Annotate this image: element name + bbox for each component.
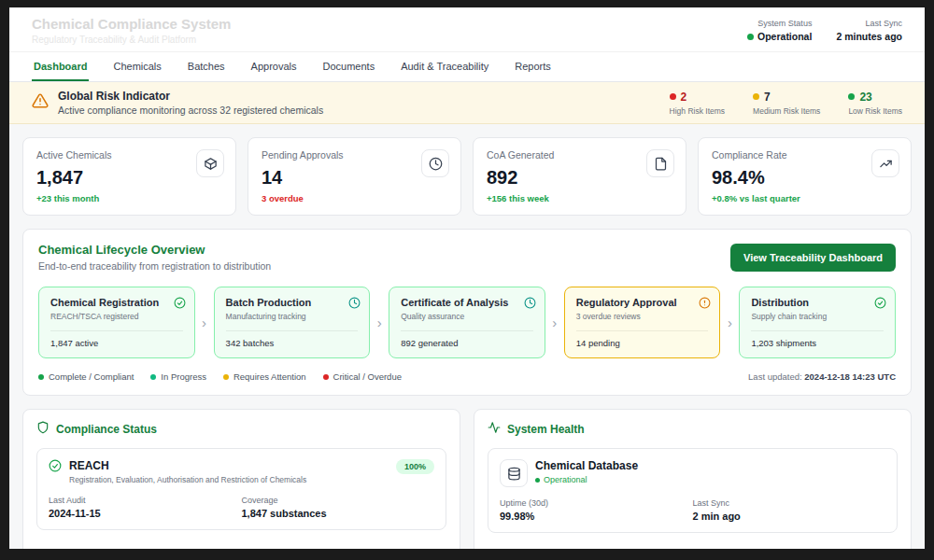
medium-risk-counter: 7 Medium Risk Items bbox=[753, 91, 820, 116]
check-circle-icon bbox=[49, 459, 62, 476]
stage-subtitle: REACH/TSCA registered bbox=[50, 312, 183, 321]
view-traceability-button[interactable]: View Traceability Dashboard bbox=[730, 244, 896, 272]
shield-icon bbox=[36, 421, 50, 437]
header-status-area: System Status Operational Last Sync 2 mi… bbox=[747, 19, 902, 42]
stat-label: Active Chemicals bbox=[36, 149, 222, 161]
lifecycle-overview-card: Chemical Lifecycle Overview End-to-end t… bbox=[22, 229, 912, 396]
legend-complete-label: Complete / Compliant bbox=[49, 371, 134, 382]
stage-stat: 14 pending bbox=[576, 330, 709, 348]
stage-subtitle: Supply chain tracking bbox=[751, 312, 884, 321]
last-updated-label: Last updated: bbox=[748, 371, 802, 382]
legend-attention-dot-icon bbox=[223, 374, 229, 380]
lifecycle-title: Chemical Lifecycle Overview bbox=[38, 243, 271, 257]
page-subtitle: Regulatory Traceability & Audit Platform bbox=[32, 35, 231, 45]
stage-chemical-registration[interactable]: Chemical Registration REACH/TSCA registe… bbox=[38, 287, 195, 358]
stage-stat: 1,847 active bbox=[50, 330, 183, 348]
main-content: Active Chemicals 1,847 +23 this month Pe… bbox=[9, 124, 925, 549]
warning-triangle-icon bbox=[32, 92, 49, 113]
reach-name: REACH bbox=[69, 459, 306, 472]
coverage-value: 1,847 substances bbox=[242, 508, 435, 519]
status-dot-icon bbox=[747, 34, 754, 40]
main-nav: Dashboard Chemicals Batches Approvals Do… bbox=[9, 51, 925, 82]
risk-banner-subtitle: Active compliance monitoring across 32 r… bbox=[58, 105, 323, 116]
app-window: Chemical Compliance System Regulatory Tr… bbox=[9, 7, 925, 549]
stat-label: CoA Generated bbox=[487, 149, 672, 161]
stage-certificate-of-analysis[interactable]: Certificate of Analysis Quality assuranc… bbox=[389, 287, 545, 358]
medium-risk-value: 7 bbox=[764, 91, 771, 104]
stat-delta: +156 this week bbox=[487, 193, 672, 203]
reach-description: Registration, Evaluation, Authorisation … bbox=[69, 475, 306, 484]
legend-progress-dot-icon bbox=[150, 374, 156, 380]
check-circle-icon bbox=[874, 296, 886, 313]
last-sync: Last Sync 2 minutes ago bbox=[836, 19, 902, 42]
tab-approvals[interactable]: Approvals bbox=[249, 52, 299, 81]
system-status-label: System Status bbox=[747, 19, 812, 28]
stage-title: Regulatory Approval bbox=[576, 297, 709, 308]
stat-value: 14 bbox=[262, 167, 447, 189]
low-risk-value: 23 bbox=[859, 91, 871, 104]
stats-row: Active Chemicals 1,847 +23 this month Pe… bbox=[22, 137, 912, 216]
reach-entry[interactable]: REACH Registration, Evaluation, Authoris… bbox=[36, 448, 446, 530]
chevron-right-icon: › bbox=[200, 315, 209, 330]
low-risk-counter: 23 Low Risk Items bbox=[848, 91, 902, 116]
stage-subtitle: Manufacturing tracking bbox=[226, 312, 359, 321]
stage-title: Batch Production bbox=[226, 297, 359, 308]
check-circle-icon bbox=[174, 296, 186, 313]
trend-up-icon bbox=[871, 149, 899, 177]
legend-critical-label: Critical / Overdue bbox=[333, 371, 402, 382]
stat-card-compliance-rate: Compliance Rate 98.4% +0.8% vs last quar… bbox=[698, 137, 912, 216]
stat-card-pending-approvals: Pending Approvals 14 3 overdue bbox=[248, 137, 461, 216]
database-name: Chemical Database bbox=[535, 459, 638, 472]
tab-reports[interactable]: Reports bbox=[513, 52, 553, 81]
tab-batches[interactable]: Batches bbox=[186, 52, 227, 81]
coverage-badge: 100% bbox=[396, 459, 434, 474]
document-icon bbox=[646, 149, 674, 177]
system-status: System Status Operational bbox=[747, 19, 812, 42]
stat-label: Pending Approvals bbox=[262, 149, 447, 161]
stat-value: 98.4% bbox=[712, 167, 898, 189]
coverage-label: Coverage bbox=[242, 496, 435, 505]
stat-card-active-chemicals: Active Chemicals 1,847 +23 this month bbox=[22, 137, 236, 216]
stat-label: Compliance Rate bbox=[712, 149, 898, 161]
bottom-panels: Compliance Status REACH Registration, Ev… bbox=[22, 409, 912, 549]
lifecycle-stages: Chemical Registration REACH/TSCA registe… bbox=[38, 287, 896, 358]
risk-banner-title: Global Risk Indicator bbox=[58, 90, 323, 103]
db-last-sync-value: 2 min ago bbox=[693, 511, 886, 522]
last-updated: Last updated: 2024-12-18 14:23 UTC bbox=[748, 371, 896, 382]
header: Chemical Compliance System Regulatory Tr… bbox=[9, 7, 925, 51]
last-audit-value: 2024-11-15 bbox=[49, 508, 242, 519]
system-status-value: Operational bbox=[757, 31, 812, 42]
stat-delta: +23 this month bbox=[36, 193, 222, 203]
legend-critical-dot-icon bbox=[323, 374, 329, 380]
stat-value: 892 bbox=[487, 167, 672, 189]
chevron-right-icon: › bbox=[375, 315, 384, 330]
global-risk-banner: Global Risk Indicator Active compliance … bbox=[9, 82, 925, 124]
operational-dot-icon bbox=[535, 478, 540, 483]
system-health-title: System Health bbox=[507, 423, 585, 436]
stat-value: 1,847 bbox=[36, 167, 222, 189]
tab-chemicals[interactable]: Chemicals bbox=[111, 52, 163, 81]
chemical-database-entry[interactable]: Chemical Database Operational Uptime (30… bbox=[488, 448, 898, 533]
stage-batch-production[interactable]: Batch Production Manufacturing tracking … bbox=[214, 287, 371, 358]
last-sync-label: Last Sync bbox=[836, 19, 902, 28]
last-sync-value: 2 minutes ago bbox=[836, 31, 902, 42]
medium-risk-label: Medium Risk Items bbox=[753, 106, 820, 116]
medium-risk-dot-icon bbox=[753, 93, 759, 100]
stage-distribution[interactable]: Distribution Supply chain tracking 1,203… bbox=[739, 287, 896, 358]
uptime-label: Uptime (30d) bbox=[500, 498, 693, 508]
stat-delta: +0.8% vs last quarter bbox=[712, 193, 898, 203]
alert-circle-icon bbox=[699, 296, 711, 313]
legend-attention-label: Requires Attention bbox=[234, 371, 306, 382]
tab-dashboard[interactable]: Dashboard bbox=[32, 52, 89, 81]
tab-audit-traceability[interactable]: Audit & Traceability bbox=[399, 52, 490, 81]
database-status: Operational bbox=[544, 475, 587, 484]
database-icon bbox=[500, 459, 528, 487]
chevron-right-icon: › bbox=[725, 315, 734, 330]
high-risk-label: High Risk Items bbox=[670, 106, 726, 116]
tab-documents[interactable]: Documents bbox=[321, 52, 377, 81]
lifecycle-legend: Complete / Compliant In Progress Require… bbox=[38, 371, 896, 382]
high-risk-value: 2 bbox=[681, 91, 687, 104]
last-audit-label: Last Audit bbox=[49, 496, 242, 505]
stage-subtitle: 3 overdue reviews bbox=[576, 312, 709, 321]
stage-regulatory-approval[interactable]: Regulatory Approval 3 overdue reviews 14… bbox=[564, 287, 721, 358]
